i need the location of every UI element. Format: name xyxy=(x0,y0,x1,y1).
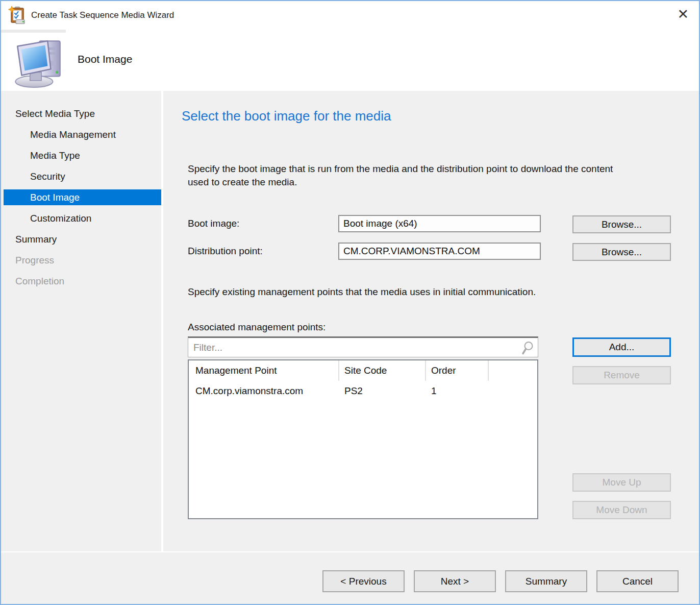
distribution-point-input[interactable] xyxy=(338,243,541,260)
filter-box xyxy=(188,336,538,357)
title-bar: Create Task Sequence Media Wizard ✕ xyxy=(1,1,699,30)
distribution-point-label: Distribution point: xyxy=(188,243,263,260)
computer-icon xyxy=(9,31,66,88)
wizard-nav: Select Media Type Media Management Media… xyxy=(1,91,163,551)
close-button[interactable]: ✕ xyxy=(667,6,699,26)
cell-management-point: CM.corp.viamonstra.com xyxy=(189,381,339,401)
associated-management-points-label: Associated management points: xyxy=(188,322,326,333)
summary-button[interactable]: Summary xyxy=(505,570,587,592)
next-button[interactable]: Next > xyxy=(414,570,496,592)
filter-input[interactable] xyxy=(188,338,524,357)
management-point-instruction: Specify existing management points that … xyxy=(188,286,536,298)
wizard-footer: < Previous Next > Summary Cancel xyxy=(1,551,699,604)
add-button[interactable]: Add... xyxy=(572,337,671,357)
column-header-order[interactable]: Order xyxy=(426,360,489,381)
table-header: Management Point Site Code Order xyxy=(189,360,537,381)
column-header-management-point[interactable]: Management Point xyxy=(189,360,339,381)
page-description-line2: used to create the media. xyxy=(188,176,613,189)
wizard-body: Select Media Type Media Management Media… xyxy=(1,91,699,551)
sidebar-item-media-type[interactable]: Media Type xyxy=(1,145,161,166)
wizard-banner: Boot Image xyxy=(1,30,699,91)
move-up-button: Move Up xyxy=(572,473,671,492)
sidebar-item-boot-image[interactable]: Boot Image xyxy=(4,189,161,205)
cell-order: 1 xyxy=(426,381,489,401)
close-icon: ✕ xyxy=(677,7,689,22)
page-heading: Select the boot image for the media xyxy=(182,108,391,124)
sidebar-item-select-media-type[interactable]: Select Media Type xyxy=(1,103,161,124)
sidebar-item-media-management[interactable]: Media Management xyxy=(1,124,161,145)
window-title: Create Task Sequence Media Wizard xyxy=(31,10,174,20)
sidebar-item-security[interactable]: Security xyxy=(1,166,161,187)
boot-image-input[interactable] xyxy=(338,215,541,232)
boot-image-browse-button[interactable]: Browse... xyxy=(572,215,671,233)
page-description-line1: Specify the boot image that is run from … xyxy=(188,162,613,176)
distribution-point-browse-button[interactable]: Browse... xyxy=(572,243,671,261)
search-icon xyxy=(521,341,534,356)
page-step-title: Boot Image xyxy=(78,53,132,65)
column-header-site-code[interactable]: Site Code xyxy=(339,360,426,381)
cancel-button[interactable]: Cancel xyxy=(596,570,679,592)
previous-button[interactable]: < Previous xyxy=(322,570,405,592)
cell-spacer xyxy=(489,381,537,401)
wizard-window: Create Task Sequence Media Wizard ✕ xyxy=(0,0,700,605)
table-row[interactable]: CM.corp.viamonstra.com PS2 1 xyxy=(189,381,537,401)
move-down-button: Move Down xyxy=(572,501,671,519)
remove-button: Remove xyxy=(572,366,671,384)
main-panel: Select the boot image for the media Spec… xyxy=(163,91,699,551)
task-sequence-media-icon xyxy=(8,6,27,25)
page-description: Specify the boot image that is run from … xyxy=(188,162,613,189)
sidebar-item-completion: Completion xyxy=(1,271,161,292)
boot-image-label: Boot image: xyxy=(188,215,239,232)
management-points-table: Management Point Site Code Order CM.corp… xyxy=(188,359,538,519)
column-header-spacer xyxy=(489,360,537,381)
cell-site-code: PS2 xyxy=(339,381,426,401)
sidebar-item-summary[interactable]: Summary xyxy=(1,229,161,250)
sidebar-item-customization[interactable]: Customization xyxy=(1,208,161,229)
sidebar-item-progress: Progress xyxy=(1,250,161,271)
